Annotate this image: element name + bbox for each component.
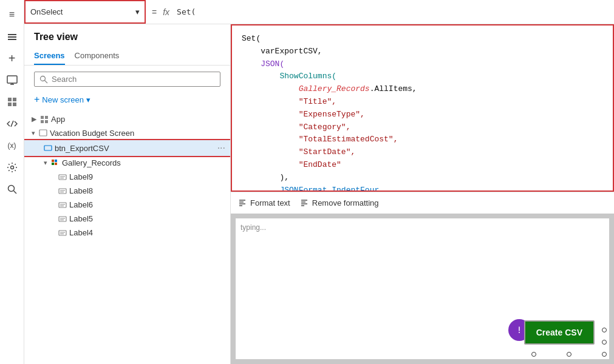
svg-point-12 — [8, 186, 14, 192]
chevron-icon: ▾ — [86, 95, 90, 104]
hamburger-icon[interactable]: ≡ — [2, 5, 22, 24]
code-line-12: ), — [242, 172, 603, 184]
remove-formatting-button[interactable]: Remove formatting — [300, 198, 379, 207]
svg-point-14 — [41, 76, 46, 81]
svg-point-11 — [10, 166, 13, 169]
canvas-area: typing... — [231, 214, 614, 364]
new-screen-button[interactable]: + New screen ▾ — [34, 94, 220, 105]
code-line-7: "ExpenseType", — [242, 109, 603, 121]
svg-line-13 — [13, 191, 16, 194]
equals-sign: = — [146, 7, 163, 17]
left-toolbar: ≡ + (x) — [0, 0, 24, 364]
search-input[interactable] — [52, 75, 215, 84]
search-bar — [34, 72, 220, 87]
format-text-icon — [238, 199, 247, 207]
svg-rect-19 — [45, 120, 48, 123]
canvas-content: typing... — [236, 218, 609, 359]
code-line-13: JSONFormat.IndentFour — [242, 184, 603, 192]
svg-rect-2 — [8, 39, 16, 40]
formula-bar: OnSelect ▾ = fx Set( — [24, 0, 614, 24]
create-csv-button[interactable]: Create CSV — [524, 320, 595, 345]
tree-view-title: Tree view — [24, 24, 230, 47]
tree-body: ▶ App ▾ Vacation Budget Screen — [24, 110, 230, 364]
svg-rect-22 — [52, 160, 54, 162]
remove-formatting-label: Remove formatting — [312, 198, 379, 207]
content-area: Tree view Screens Components + New scree… — [24, 24, 614, 364]
plus-icon: + — [34, 94, 39, 105]
svg-rect-9 — [13, 103, 16, 106]
code-editor[interactable]: Set( varExportCSV, JSON( ShowColumns( Ga… — [231, 24, 614, 192]
svg-rect-24 — [52, 163, 54, 165]
svg-line-10 — [11, 121, 13, 127]
layers-icon[interactable] — [2, 27, 22, 46]
gallery-icon — [51, 159, 60, 167]
tree-item-gallery[interactable]: ▾ Gallery_Records — [24, 156, 230, 170]
svg-line-15 — [45, 80, 48, 83]
format-bar: Format text Remove formatting — [231, 192, 614, 214]
label4-icon — [58, 229, 67, 237]
code-line-5: Gallery_Records.AllItems, — [242, 83, 603, 96]
app-label: App — [51, 115, 225, 124]
tree-item-app[interactable]: ▶ App — [24, 112, 230, 126]
svg-rect-20 — [39, 130, 47, 136]
svg-point-50 — [519, 332, 520, 333]
svg-rect-6 — [8, 98, 12, 101]
expand-arrow-app: ▶ — [32, 115, 36, 123]
code-line-3: JSON( — [242, 58, 603, 71]
app-icon — [40, 115, 49, 124]
code-line-2: varExportCSV, — [242, 46, 603, 58]
code-line-9: "TotalEstimatedCost", — [242, 133, 603, 146]
tree-item-label9[interactable]: Label9 — [24, 170, 230, 184]
code-icon[interactable] — [2, 114, 22, 133]
chevron-down-icon: ▾ — [135, 7, 140, 16]
formula-input[interactable]: Set( — [174, 7, 614, 16]
item-menu-dots[interactable]: ··· — [217, 143, 225, 153]
code-line-10: "StartDate", — [242, 146, 603, 159]
btn-export-label: btn_ExportCSV — [55, 144, 215, 153]
tree-item-label5[interactable]: Label5 — [24, 212, 230, 226]
search-icon[interactable] — [2, 180, 22, 199]
code-line-4: ShowColumns( — [242, 70, 603, 83]
expand-arrow-gallery: ▾ — [44, 159, 47, 167]
tree-item-label6[interactable]: Label6 — [24, 198, 230, 212]
tree-tabs: Screens Components — [24, 47, 230, 66]
canvas-placeholder-text: typing... — [236, 218, 609, 237]
handle-bm — [567, 352, 571, 357]
svg-rect-0 — [8, 34, 16, 35]
tree-panel: Tree view Screens Components + New scree… — [24, 24, 231, 364]
svg-rect-16 — [41, 116, 44, 119]
label5-text: Label5 — [69, 214, 225, 223]
screen-icon[interactable] — [2, 70, 22, 90]
label8-text: Label8 — [69, 186, 225, 195]
svg-rect-35 — [59, 217, 66, 221]
main-container: OnSelect ▾ = fx Set( Tree view Screens C… — [24, 0, 614, 364]
label-item-icon — [58, 173, 67, 181]
label6-text: Label6 — [69, 200, 225, 209]
label4-text: Label4 — [69, 228, 225, 237]
components-icon[interactable] — [2, 92, 22, 112]
variables-icon[interactable]: (x) — [2, 136, 22, 155]
label9-text: Label9 — [69, 172, 225, 181]
svg-rect-18 — [41, 120, 44, 123]
svg-rect-3 — [7, 76, 17, 83]
svg-rect-25 — [55, 163, 57, 165]
svg-rect-17 — [45, 116, 48, 119]
handle-bl — [531, 352, 536, 357]
label5-icon — [58, 215, 67, 223]
svg-rect-23 — [55, 160, 57, 162]
tree-item-label4[interactable]: Label4 — [24, 226, 230, 240]
settings-icon[interactable] — [2, 158, 22, 177]
tab-screens[interactable]: Screens — [34, 47, 65, 65]
code-line-6: "Title", — [242, 96, 603, 109]
tree-item-btn-export[interactable]: btn_ExportCSV ··· — [24, 140, 230, 156]
tab-components[interactable]: Components — [75, 47, 120, 65]
add-icon[interactable]: + — [2, 49, 22, 68]
expand-arrow-vacation: ▾ — [32, 129, 35, 137]
property-selector[interactable]: OnSelect ▾ — [24, 0, 146, 24]
new-screen-label: New screen — [42, 95, 84, 104]
tree-item-label8[interactable]: Label8 — [24, 184, 230, 198]
tree-item-vacation-screen[interactable]: ▾ Vacation Budget Screen — [24, 126, 230, 140]
handle-rm — [602, 340, 607, 345]
code-line-11: "EndDate" — [242, 159, 603, 172]
format-text-button[interactable]: Format text — [238, 198, 290, 207]
